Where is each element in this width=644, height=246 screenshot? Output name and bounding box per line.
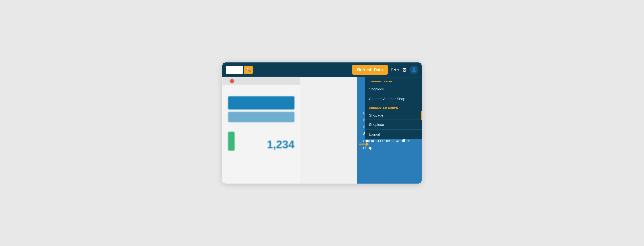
- language-selector[interactable]: EN ▼: [391, 68, 400, 72]
- search-button[interactable]: 🔍: [244, 66, 253, 74]
- navbar: 🔍 Refresh Data EN ▼ ⚙ 👤 CURRENT SHOP Sho…: [222, 62, 422, 77]
- user-menu-button[interactable]: 👤: [410, 66, 418, 74]
- current-shop-label: CURRENT SHOP: [365, 78, 422, 84]
- refresh-data-button[interactable]: Refresh Data: [352, 65, 388, 74]
- shopiece-shop-item[interactable]: Shopiece: [365, 120, 422, 130]
- search-input-wrapper: 🔍: [226, 66, 253, 74]
- blurred-green-box: [228, 132, 235, 151]
- search-input[interactable]: [226, 66, 243, 74]
- chevron-down-icon: ▼: [397, 68, 400, 72]
- settings-icon[interactable]: ⚙: [402, 67, 407, 73]
- connect-another-shop-item[interactable]: Connect Another Shop: [365, 94, 422, 104]
- connected-shops-label: CONNECTED SHOPS: [365, 104, 422, 111]
- search-icon: 🔍: [246, 68, 251, 72]
- dropdown-column: [300, 77, 357, 184]
- blurred-bar2: [228, 112, 294, 122]
- language-label: EN: [391, 68, 396, 72]
- blurred-number: 1,234: [267, 138, 294, 151]
- screenshot-wrapper: 🔍 Refresh Data EN ▼ ⚙ 👤 CURRENT SHOP Sho…: [222, 62, 422, 184]
- left-content-blurred: 1,234: [222, 77, 300, 184]
- user-icon: 👤: [412, 68, 416, 72]
- blurred-bar: [228, 96, 294, 110]
- current-shop-name-item[interactable]: Shopiece: [365, 84, 422, 94]
- blurred-topbar: [222, 77, 300, 85]
- blurred-dot: [230, 79, 234, 83]
- logout-item[interactable]: Logout: [365, 130, 422, 139]
- user-dropdown-menu: CURRENT SHOP Shopiece Connect Another Sh…: [365, 77, 422, 139]
- shopage-shop-item[interactable]: Shopage: [365, 111, 422, 120]
